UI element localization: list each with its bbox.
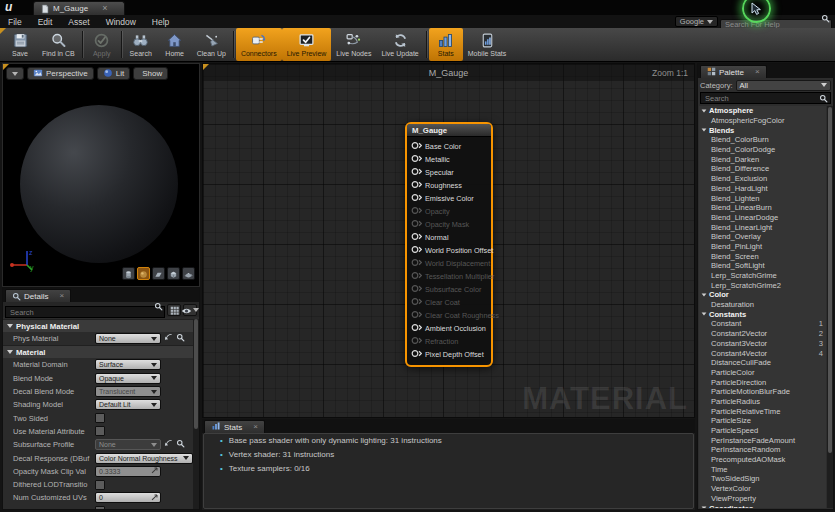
property-spinner[interactable]: 0.3333 xyxy=(95,466,161,477)
property-dropdown[interactable]: Color Normal Roughness xyxy=(95,453,193,464)
property-dropdown[interactable]: None xyxy=(95,333,161,344)
preview-shape-button[interactable] xyxy=(152,267,165,280)
palette-item[interactable]: Desaturation xyxy=(699,300,826,310)
toolbar-button[interactable]: Stats xyxy=(429,28,463,61)
node-input-pin[interactable]: Subsurface Color xyxy=(407,283,491,296)
toolbar-button[interactable]: Mobile Stats xyxy=(463,28,512,61)
tab-palette[interactable]: Palette × xyxy=(700,65,767,78)
toolbar-button[interactable]: Search xyxy=(124,28,158,61)
menu-item[interactable]: Asset xyxy=(60,17,97,27)
preview-viewport[interactable]: Perspective Lit Show xyxy=(2,63,200,287)
close-icon[interactable]: × xyxy=(102,4,107,13)
toolbar-button[interactable]: Live Nodes xyxy=(331,28,376,61)
palette-item[interactable]: VertexColor xyxy=(699,484,826,494)
close-icon[interactable]: × xyxy=(59,292,64,300)
property-dropdown[interactable]: Opaque xyxy=(95,373,161,384)
property-spinner[interactable]: 0 xyxy=(95,492,161,503)
toolbar-button[interactable]: Home xyxy=(158,28,192,61)
close-icon[interactable]: × xyxy=(253,423,258,431)
viewport-mode-button[interactable]: Perspective xyxy=(27,67,94,80)
node-input-pin[interactable]: Clear Coat xyxy=(407,296,491,309)
palette-search[interactable]: Search xyxy=(700,92,831,104)
node-input-pin[interactable]: Roughness xyxy=(407,179,491,192)
property-dropdown[interactable]: Default Lit xyxy=(95,399,161,410)
property-checkbox[interactable] xyxy=(95,506,105,509)
material-graph-canvas[interactable]: M_Gauge Zoom 1:1 MATERIAL M_Gauge Base C… xyxy=(202,63,695,418)
palette-item[interactable]: ParticleSpeed xyxy=(699,426,826,436)
palette-item[interactable]: Blend_ColorBurn xyxy=(699,135,826,145)
palette-item[interactable]: Lerp_ScratchGrime xyxy=(699,271,826,281)
palette-item[interactable]: AtmosphericFogColor xyxy=(699,116,826,126)
palette-item[interactable]: Constant4Vector 4 xyxy=(699,348,826,358)
details-section-header[interactable]: Material xyxy=(3,345,193,358)
palette-item[interactable]: Blend_Overlay xyxy=(699,232,826,242)
palette-item[interactable]: Lerp_ScratchGrime2 xyxy=(699,280,826,290)
palette-item[interactable]: Blend_Darken xyxy=(699,154,826,164)
palette-item[interactable]: Blend_Exclusion xyxy=(699,174,826,184)
node-input-pin[interactable]: Specular xyxy=(407,166,491,179)
palette-item[interactable]: PerInstanceRandom xyxy=(699,445,826,455)
node-input-pin[interactable]: Clear Coat Roughness xyxy=(407,309,491,322)
browse-magnifier-icon[interactable] xyxy=(176,439,185,450)
arrow-left-icon[interactable] xyxy=(164,439,173,450)
palette-item[interactable]: ParticleColor xyxy=(699,368,826,378)
property-dropdown[interactable]: None xyxy=(95,439,161,450)
details-section-header[interactable]: Physical Material xyxy=(3,319,193,332)
node-input-pin[interactable]: Opacity xyxy=(407,205,491,218)
node-input-pin[interactable]: Pixel Depth Offset xyxy=(407,348,491,361)
close-icon[interactable]: × xyxy=(755,68,760,76)
node-input-pin[interactable]: Tessellation Multiplier xyxy=(407,270,491,283)
menu-item[interactable]: Edit xyxy=(30,17,61,27)
palette-item[interactable]: ParticleMotionBlurFade xyxy=(699,387,826,397)
node-title[interactable]: M_Gauge xyxy=(407,124,491,137)
palette-scrollbar[interactable] xyxy=(827,106,833,508)
palette-item[interactable]: ViewProperty xyxy=(699,494,826,504)
menu-item[interactable]: File xyxy=(0,17,30,27)
palette-section-header[interactable]: Atmosphere xyxy=(699,106,826,116)
property-dropdown[interactable]: Translucent xyxy=(95,386,161,397)
material-result-node[interactable]: M_Gauge Base Color Metallic xyxy=(405,122,493,367)
tab-stats[interactable]: Stats × xyxy=(204,420,265,433)
palette-item[interactable]: Blend_SoftLight xyxy=(699,261,826,271)
palette-item[interactable]: DistanceCullFade xyxy=(699,358,826,368)
palette-item[interactable]: TwoSidedSign xyxy=(699,474,826,484)
node-input-pin[interactable]: Base Color xyxy=(407,140,491,153)
node-input-pin[interactable]: Emissive Color xyxy=(407,192,491,205)
palette-section-header[interactable]: Constants xyxy=(699,309,826,319)
toolbar-button[interactable]: Connectors xyxy=(236,28,282,61)
palette-item[interactable]: Blend_Difference xyxy=(699,164,826,174)
palette-item[interactable]: ParticleRelativeTime xyxy=(699,406,826,416)
node-input-pin[interactable]: World Displacement xyxy=(407,257,491,270)
palette-item[interactable]: Blend_LinearBurn xyxy=(699,203,826,213)
toolbar-button[interactable]: Save xyxy=(3,28,37,61)
toolbar-button[interactable]: Find in CB xyxy=(37,28,80,61)
palette-item[interactable]: Constant 1 xyxy=(699,319,826,329)
node-input-pin[interactable]: Normal xyxy=(407,231,491,244)
property-checkbox[interactable] xyxy=(95,413,105,423)
palette-item[interactable]: Blend_ColorDodge xyxy=(699,145,826,155)
preview-shape-button[interactable] xyxy=(122,267,135,280)
node-input-pin[interactable]: Opacity Mask xyxy=(407,218,491,231)
preview-shape-button[interactable] xyxy=(182,267,195,280)
palette-section-header[interactable]: Blends xyxy=(699,125,826,135)
palette-section-header[interactable]: Color xyxy=(699,290,826,300)
palette-item[interactable]: Blend_HardLight xyxy=(699,184,826,194)
toolbar-button[interactable]: Live Preview xyxy=(282,28,332,61)
menu-item[interactable]: Window xyxy=(98,17,144,27)
node-input-pin[interactable]: World Position Offset xyxy=(407,244,491,257)
palette-item[interactable]: Time xyxy=(699,464,826,474)
category-dropdown[interactable]: All xyxy=(736,80,831,91)
palette-item[interactable]: Blend_Screen xyxy=(699,251,826,261)
node-input-pin[interactable]: Refraction xyxy=(407,335,491,348)
details-scrollbar[interactable] xyxy=(193,319,199,509)
palette-section-header[interactable]: Coordinates xyxy=(699,503,826,508)
toolbar-button[interactable]: Live Update xyxy=(376,28,423,61)
menu-item[interactable]: Help xyxy=(144,17,177,27)
asset-tab[interactable]: M_Gauge × xyxy=(33,1,125,15)
browse-magnifier-icon[interactable] xyxy=(176,333,185,344)
palette-item[interactable]: Blend_LinearLight xyxy=(699,222,826,232)
palette-item[interactable]: Blend_PinLight xyxy=(699,242,826,252)
arrow-left-icon[interactable] xyxy=(164,333,173,344)
property-checkbox[interactable] xyxy=(95,480,105,490)
property-dropdown[interactable]: Surface xyxy=(95,359,161,370)
